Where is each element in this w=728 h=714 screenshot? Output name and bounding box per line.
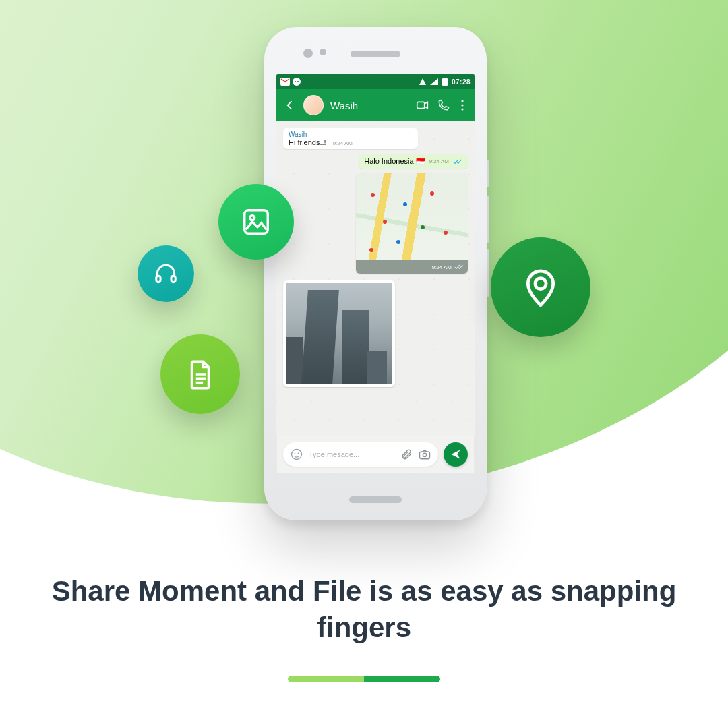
svg-point-1: [293, 78, 301, 86]
phone-speaker: [351, 51, 400, 57]
headline-text: Share Moment and File is as easy as snap…: [0, 573, 728, 646]
map-pin-icon: [396, 240, 400, 244]
svg-point-16: [250, 216, 255, 220]
signal-4g-icon: [430, 78, 438, 85]
message-time: 9:24 AM: [429, 158, 449, 165]
photo-thumbnail: [286, 283, 392, 384]
svg-rect-15: [245, 210, 268, 234]
chat-header: Wasih: [276, 89, 475, 121]
map-pin-icon: [403, 202, 407, 206]
share-image-button[interactable]: [218, 184, 294, 260]
svg-point-3: [297, 81, 299, 82]
gmail-icon: [280, 78, 290, 86]
map-pin-icon: [421, 225, 425, 229]
svg-point-9: [461, 108, 463, 110]
read-receipt-icon: [454, 264, 464, 270]
back-arrow-icon[interactable]: [283, 98, 297, 112]
video-call-icon[interactable]: [415, 98, 430, 113]
attachment-icon[interactable]: [400, 448, 413, 460]
svg-point-19: [535, 278, 546, 289]
map-preview: [356, 173, 468, 260]
send-button[interactable]: [444, 442, 468, 467]
share-document-button[interactable]: [160, 334, 240, 414]
voice-call-icon[interactable]: [437, 98, 450, 112]
chat-input-area: Type mesage...: [276, 436, 475, 473]
svg-point-8: [461, 104, 463, 106]
more-options-icon[interactable]: [457, 98, 468, 112]
share-audio-button[interactable]: [138, 245, 194, 302]
phone-screen: 07:28 Wasih: [276, 74, 475, 473]
svg-point-2: [295, 81, 296, 82]
share-location-button[interactable]: [491, 237, 590, 337]
svg-rect-6: [417, 102, 425, 108]
status-time: 07:28: [452, 78, 471, 86]
message-text: Hi friends..!: [289, 138, 326, 146]
headphones-icon: [153, 261, 179, 287]
svg-point-11: [295, 453, 296, 454]
map-pin-icon: [444, 231, 448, 235]
incoming-message[interactable]: Wasih Hi friends..! 9:24 AM: [283, 128, 418, 149]
image-icon: [241, 206, 272, 237]
headline-underline: [288, 676, 440, 682]
phone-side-button: [487, 160, 489, 187]
svg-rect-13: [420, 452, 430, 459]
map-pin-icon: [430, 191, 434, 196]
phone-speaker-area: [264, 47, 487, 61]
svg-point-12: [298, 453, 299, 454]
chat-notification-icon: [293, 78, 301, 86]
svg-rect-5: [444, 78, 446, 79]
emoji-icon[interactable]: [290, 448, 303, 461]
phone-side-button: [487, 249, 489, 297]
svg-point-10: [292, 450, 302, 460]
location-pin-icon: [519, 266, 562, 309]
map-pin-icon: [383, 220, 387, 224]
read-receipt-icon: [453, 158, 462, 165]
promo-stage: 07:28 Wasih: [0, 0, 728, 714]
contact-avatar[interactable]: [303, 95, 324, 115]
map-pin-icon: [371, 193, 375, 197]
outgoing-photo-message[interactable]: [283, 280, 395, 387]
contact-name[interactable]: Wasih: [330, 100, 358, 111]
phone-side-button: [487, 196, 489, 243]
underline-segment-light: [288, 676, 364, 682]
map-pin-icon: [369, 248, 373, 252]
message-sender: Wasih: [289, 131, 413, 138]
outgoing-message[interactable]: Halo Indonesia 🇮🇩 9:24 AM: [359, 154, 468, 169]
network-icon: [419, 78, 426, 85]
message-time: 9:24 AM: [333, 140, 353, 146]
svg-point-7: [461, 100, 463, 102]
message-time: 9:24 AM: [432, 264, 452, 270]
android-status-bar: 07:28: [276, 74, 475, 89]
message-text: Halo Indonesia 🇮🇩: [364, 157, 425, 166]
svg-rect-17: [156, 276, 160, 282]
camera-icon[interactable]: [418, 448, 431, 461]
svg-rect-4: [442, 78, 448, 86]
svg-point-14: [423, 453, 426, 456]
svg-rect-18: [171, 276, 175, 282]
message-input-placeholder: Type mesage...: [309, 450, 395, 458]
outgoing-location-message[interactable]: 9:24 AM: [356, 173, 468, 274]
phone-mockup: 07:28 Wasih: [264, 27, 487, 520]
chat-body[interactable]: Wasih Hi friends..! 9:24 AM Halo Indones…: [276, 121, 475, 436]
underline-segment-dark: [364, 676, 440, 682]
message-input[interactable]: Type mesage...: [283, 442, 438, 467]
phone-home-indicator: [349, 496, 402, 503]
document-icon: [183, 357, 217, 391]
battery-icon: [442, 78, 448, 86]
